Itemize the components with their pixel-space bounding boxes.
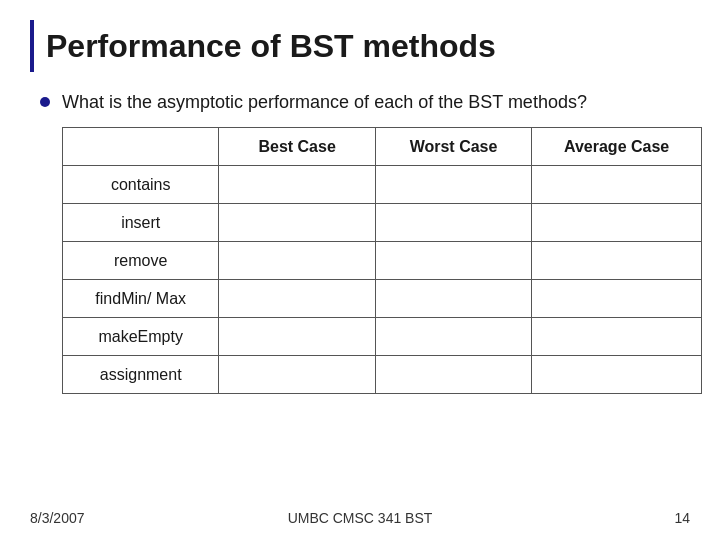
slide-container: Performance of BST methods What is the a… [0,0,720,540]
performance-table: Best Case Worst Case Average Case contai… [62,127,702,394]
col-header-worst: Worst Case [375,128,531,166]
table-cell-value [375,280,531,318]
table-cell-value [375,242,531,280]
table-cell-method: remove [63,242,219,280]
table-cell-value [532,280,702,318]
table-cell-value [219,166,375,204]
table-cell-value [375,356,531,394]
table-cell-value [532,318,702,356]
table-header-row: Best Case Worst Case Average Case [63,128,702,166]
table-cell-value [375,166,531,204]
table-cell-value [219,280,375,318]
table-row: makeEmpty [63,318,702,356]
table-cell-value [532,242,702,280]
col-header-average: Average Case [532,128,702,166]
bullet-dot [40,97,50,107]
title-bar: Performance of BST methods [30,20,690,72]
bullet-text: What is the asymptotic performance of ea… [62,92,587,113]
slide-title: Performance of BST methods [46,28,496,65]
footer-date: 8/3/2007 [30,510,85,526]
col-header-method [63,128,219,166]
table-cell-value [219,242,375,280]
table-cell-method: assignment [63,356,219,394]
table-cell-method: findMin/ Max [63,280,219,318]
table-cell-value [532,204,702,242]
col-header-best: Best Case [219,128,375,166]
table-cell-method: insert [63,204,219,242]
table-cell-value [532,356,702,394]
footer-center: UMBC CMSC 341 BST [288,510,433,526]
table-cell-value [219,356,375,394]
table-row: assignment [63,356,702,394]
table-row: findMin/ Max [63,280,702,318]
content-area: What is the asymptotic performance of ea… [30,92,690,394]
table-cell-value [375,204,531,242]
table-cell-method: contains [63,166,219,204]
table-row: remove [63,242,702,280]
table-cell-value [532,166,702,204]
title-accent [30,20,34,72]
table-row: insert [63,204,702,242]
table-cell-value [219,204,375,242]
table-row: contains [63,166,702,204]
table-cell-value [219,318,375,356]
table-cell-method: makeEmpty [63,318,219,356]
table-wrapper: Best Case Worst Case Average Case contai… [62,127,690,394]
footer-page: 14 [674,510,690,526]
bullet-item: What is the asymptotic performance of ea… [40,92,690,113]
table-cell-value [375,318,531,356]
